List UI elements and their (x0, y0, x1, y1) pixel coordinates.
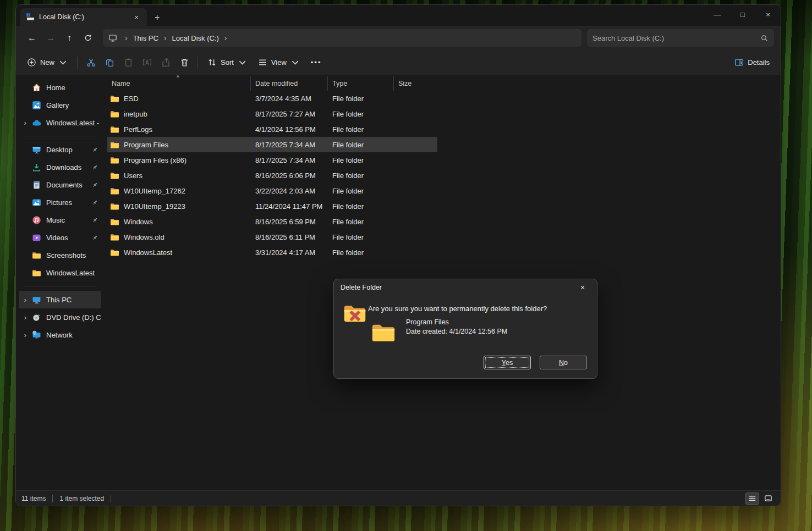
explorer-tab[interactable]: Local Disk (C:) × (20, 8, 147, 26)
rename-button[interactable] (138, 53, 156, 72)
minimize-button[interactable]: — (705, 5, 730, 24)
file-row-perflogs[interactable]: PerfLogs 4/1/2024 12:56 PM File folder (107, 121, 437, 137)
no-button[interactable]: No (540, 356, 587, 369)
list-header: ^ Name Date modified Type Size (107, 76, 781, 91)
file-row-w10uitemp-17262[interactable]: W10UItemp_17262 3/22/2024 2:03 AM File f… (107, 183, 437, 198)
sidebar-item-documents[interactable]: › Documents (19, 176, 101, 193)
column-header-label: Name (112, 80, 130, 87)
dialog-title-bar[interactable]: Delete Folder × (334, 279, 597, 296)
column-header-type[interactable]: Type (327, 76, 393, 91)
sidebar-item-windowslatest-pe[interactable]: › WindowsLatest - Pe (19, 114, 101, 131)
dialog-title: Delete Folder (341, 284, 382, 291)
dialog-close-icon[interactable]: × (575, 283, 590, 292)
breadcrumb-label[interactable]: Local Disk (C:) (172, 34, 219, 42)
folder-icon (110, 186, 119, 196)
sidebar-item-gallery[interactable]: › Gallery (19, 96, 101, 114)
breadcrumb-item-local-disk-c[interactable]: › Local Disk (C:) (158, 34, 219, 42)
sidebar-item-icon (32, 295, 41, 305)
back-button[interactable]: ← (23, 29, 41, 47)
file-row-w10uitemp-19223[interactable]: W10UItemp_19223 11/24/2024 11:47 PM File… (107, 198, 437, 214)
file-type: File folder (327, 187, 393, 195)
trash-icon (180, 58, 189, 67)
chevron-down-icon (238, 58, 247, 67)
details-pane-icon (734, 58, 744, 67)
file-name: ESD (124, 95, 139, 103)
sidebar-item-windowslatest[interactable]: › WindowsLatest (19, 264, 101, 281)
delete-button[interactable] (175, 53, 194, 72)
expand-chevron-icon[interactable]: › (20, 119, 31, 127)
maximize-button[interactable]: □ (730, 5, 755, 24)
file-row-windows-old[interactable]: Windows.old 8/16/2025 6:11 PM File folde… (107, 229, 437, 245)
sidebar-item-label: Screenshots (46, 251, 101, 259)
paste-button[interactable] (119, 53, 138, 72)
command-bar: New Sort View ••• Details (16, 50, 781, 75)
file-row-program-files-x86[interactable]: Program Files (x86) 8/17/2025 7:34 AM Fi… (107, 152, 437, 168)
up-button[interactable]: ↑ (60, 29, 79, 47)
dialog-item-name: Program Files (406, 318, 449, 326)
yes-button[interactable]: Yes (484, 356, 531, 369)
sidebar-item-icon (32, 163, 41, 172)
column-header-date-modified[interactable]: Date modified (250, 76, 327, 91)
search-box[interactable] (587, 29, 774, 47)
column-header-label: Date modified (255, 80, 298, 87)
sidebar-item-videos[interactable]: › Videos (19, 229, 101, 246)
new-tab-button[interactable]: + (155, 13, 160, 22)
view-button[interactable]: View (253, 53, 305, 72)
sidebar-item-dvd-drive-d-ccc[interactable]: › DVD Drive (D:) CCC (19, 308, 101, 326)
more-dots-icon: ••• (311, 58, 322, 67)
cut-button[interactable] (81, 53, 100, 72)
file-row-inetpub[interactable]: inetpub 8/17/2025 7:27 AM File folder (107, 106, 437, 121)
sidebar-item-label: Network (46, 331, 101, 339)
new-button[interactable]: New (21, 53, 73, 72)
sidebar-item-home[interactable]: › Home (19, 79, 101, 96)
sidebar-item-pictures[interactable]: › Pictures (19, 193, 101, 211)
large-icons-view-toggle[interactable] (761, 493, 775, 505)
tab-close-icon[interactable]: × (131, 13, 141, 21)
breadcrumb-chevron-icon[interactable]: › (219, 34, 233, 42)
close-button[interactable]: × (755, 5, 781, 24)
breadcrumb[interactable]: › This PC › Local Disk (C:) › (103, 29, 581, 47)
share-button[interactable] (156, 53, 175, 72)
more-options-button[interactable]: ••• (305, 53, 327, 72)
sidebar-item-this-pc[interactable]: › This PC (19, 291, 101, 308)
copy-icon (105, 58, 114, 67)
file-type: File folder (327, 233, 393, 241)
sidebar-item-desktop[interactable]: › Desktop (19, 141, 101, 158)
file-name: W10UItemp_19223 (124, 202, 185, 211)
breadcrumb-item-this-pc[interactable]: › This PC (119, 34, 158, 42)
details-pane-button[interactable]: Details (729, 53, 775, 72)
column-header-size[interactable]: Size (393, 76, 437, 91)
details-view-toggle[interactable] (745, 493, 759, 505)
toolbar-divider (197, 57, 198, 69)
file-name-cell: Windows.old (107, 233, 250, 242)
sidebar-item-network[interactable]: › Network (19, 326, 101, 344)
title-bar[interactable]: Local Disk (C:) × + — □ × (16, 5, 781, 26)
breadcrumb-label[interactable]: This PC (133, 34, 158, 42)
file-row-program-files[interactable]: Program Files 8/17/2025 7:34 AM File fol… (107, 137, 437, 152)
file-type: File folder (327, 125, 393, 134)
expand-chevron-icon[interactable]: › (20, 313, 31, 322)
sidebar-item-screenshots[interactable]: › Screenshots (19, 246, 101, 264)
expand-chevron-icon[interactable]: › (20, 296, 31, 304)
forward-button[interactable]: → (41, 29, 60, 47)
selection-count: 1 item selected (59, 495, 104, 502)
expand-chevron-icon[interactable]: › (20, 331, 31, 339)
file-row-windowslatest[interactable]: WindowsLatest 3/31/2024 4:17 AM File fol… (107, 245, 437, 260)
search-input[interactable] (592, 34, 760, 42)
sidebar-item-downloads[interactable]: › Downloads (19, 158, 101, 176)
file-row-windows[interactable]: Windows 8/16/2025 6:59 PM File folder (107, 214, 437, 229)
copy-button[interactable] (100, 53, 119, 72)
sidebar-item-music[interactable]: › Music (19, 211, 101, 229)
breadcrumb-chevron-icon: › (119, 34, 133, 42)
file-name-cell: Program Files (107, 140, 250, 150)
file-date-modified: 8/16/2025 6:11 PM (250, 233, 327, 241)
view-lines-icon (258, 58, 267, 67)
file-row-esd[interactable]: ESD 3/7/2024 4:35 AM File folder (107, 91, 437, 106)
file-type: File folder (327, 202, 393, 211)
file-name-cell: ESD (107, 94, 250, 103)
refresh-button[interactable] (79, 29, 97, 47)
file-name: W10UItemp_17262 (124, 187, 185, 195)
sort-button[interactable]: Sort (202, 53, 253, 72)
file-row-users[interactable]: Users 8/16/2025 6:06 PM File folder (107, 168, 437, 183)
pin-icon (91, 199, 98, 206)
